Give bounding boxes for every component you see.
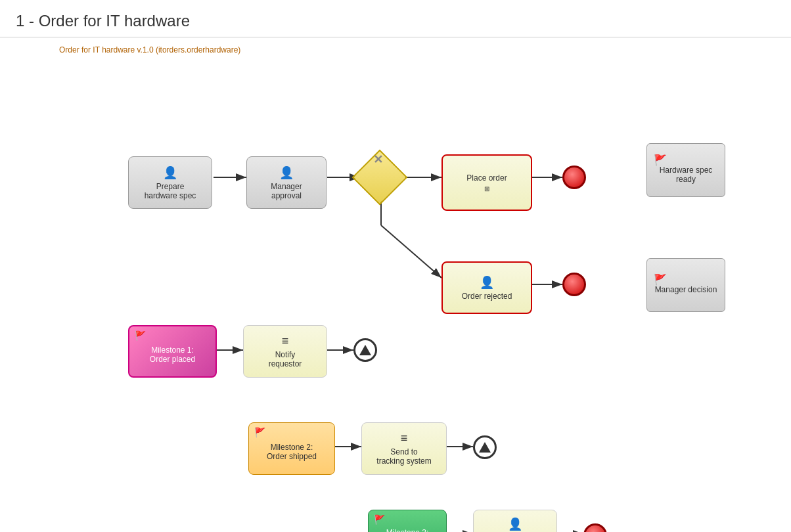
- place-order-sub: ⊞: [484, 185, 489, 192]
- notify-requestor[interactable]: ≡ Notify requestor: [243, 325, 327, 378]
- legend-manager-decision: 🚩 Manager decision: [646, 258, 725, 312]
- notify-label: Notify requestor: [269, 350, 302, 368]
- order-rejected-label: Order rejected: [462, 292, 512, 301]
- legend-manager-label: Manager decision: [655, 285, 717, 294]
- place-order-label: Place order: [466, 173, 507, 183]
- prepare-icon: 👤: [163, 166, 177, 180]
- manager-approval-label: Manager approval: [271, 182, 302, 200]
- milestone-3[interactable]: 🚩 Milestone 3: Delivered to customer: [368, 510, 447, 532]
- milestone3-label: Milestone 3: Delivered to customer: [386, 528, 429, 532]
- prepare-hardware-spec[interactable]: 👤 Prepare hardware spec: [128, 156, 212, 209]
- legend-hardware-flag: 🚩: [654, 154, 667, 166]
- int-event-2: [473, 435, 497, 459]
- send-tracking[interactable]: ≡ Send to tracking system: [361, 422, 447, 475]
- legend-hardware-spec: 🚩 Hardware spec ready: [646, 143, 725, 197]
- subtitle: Order for IT hardware v.1.0 (itorders.or…: [0, 37, 791, 55]
- manager-approval[interactable]: 👤 Manager approval: [246, 156, 327, 209]
- end-event-bottom: [583, 523, 607, 532]
- int-event-1: [353, 338, 377, 362]
- order-rejected[interactable]: 👤 Order rejected: [441, 261, 532, 314]
- page-title: 1 - Order for IT hardware: [0, 0, 791, 37]
- svg-line-6: [381, 225, 441, 278]
- gateway-xor: ✕: [352, 150, 408, 206]
- end-event-middle: [562, 273, 586, 296]
- gateway-label: ✕: [373, 152, 383, 167]
- milestone1-label: Milestone 1: Order placed: [150, 345, 195, 364]
- notify-icon: ≡: [282, 334, 289, 348]
- int-event-2-inner: [479, 442, 491, 453]
- milestone1-flag: 🚩: [135, 330, 146, 341]
- end-event-top: [562, 166, 586, 189]
- milestone-1[interactable]: 🚩 Milestone 1: Order placed: [128, 325, 217, 378]
- order-rejected-icon: 👤: [480, 275, 494, 290]
- int-event-1-inner: [359, 345, 371, 355]
- send-tracking-label: Send to tracking system: [376, 447, 431, 466]
- manager-approval-icon: 👤: [279, 166, 294, 180]
- customer-survey-icon: 👤: [508, 517, 522, 531]
- legend-hardware-label: Hardware spec ready: [652, 166, 719, 184]
- milestone3-flag: 🚩: [374, 514, 385, 525]
- milestone2-label: Milestone 2: Order shipped: [267, 443, 317, 461]
- milestone-2[interactable]: 🚩 Milestone 2: Order shipped: [248, 422, 335, 475]
- milestone2-flag: 🚩: [254, 427, 265, 437]
- diagram-area: 👤 Prepare hardware spec 👤 Manager approv…: [0, 55, 791, 532]
- customer-survey[interactable]: 👤 Customer satisfcation survey: [473, 510, 557, 532]
- legend-manager-flag: 🚩: [654, 273, 667, 286]
- prepare-label: Prepare hardware spec: [145, 182, 196, 200]
- send-tracking-icon: ≡: [401, 432, 408, 445]
- place-order[interactable]: Place order ⊞: [441, 154, 532, 211]
